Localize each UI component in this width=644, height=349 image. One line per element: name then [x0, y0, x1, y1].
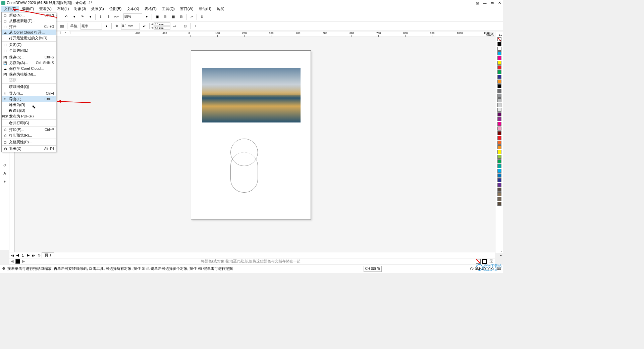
color-swatch[interactable] — [497, 84, 501, 88]
hint-right-icon[interactable]: ▶ — [21, 259, 26, 264]
scroll-up-icon[interactable]: ▴ — [500, 34, 502, 37]
nudge-icon[interactable]: ✥ — [113, 22, 120, 30]
menu-10[interactable]: 窗口(W) — [177, 6, 196, 12]
color-swatch[interactable] — [497, 173, 501, 178]
file-menu-item-10[interactable]: 💾另存为(A)...Ctrl+Shift+S — [2, 60, 56, 66]
fill-well[interactable] — [476, 259, 481, 264]
close-button[interactable]: ✕ — [497, 1, 502, 5]
color-swatch[interactable] — [497, 98, 501, 102]
file-menu-item-3[interactable]: ☁从 Corel Cloud 打开... — [2, 30, 56, 35]
color-swatch[interactable] — [497, 127, 501, 131]
maximize-button[interactable]: ▭ — [490, 1, 494, 5]
menu-12[interactable]: 购买 — [214, 6, 227, 12]
color-swatch[interactable] — [497, 150, 501, 154]
dup-y-input[interactable] — [154, 26, 170, 30]
nudge-spin-icon[interactable]: ▴▾ — [141, 22, 148, 30]
color-swatch[interactable] — [497, 183, 501, 187]
undo-icon[interactable]: ↶ — [62, 13, 70, 20]
file-menu-item-1[interactable]: ▢从模板新建(E)... — [2, 18, 56, 24]
add-tool-icon[interactable]: + — [0, 178, 9, 186]
zoom-drop-icon[interactable]: ▾ — [143, 13, 150, 20]
color-swatch[interactable] — [497, 103, 501, 107]
unit-drop-icon[interactable]: ▾ — [103, 22, 110, 30]
ime-indicator[interactable]: CH ⌨ 简 — [364, 266, 382, 272]
dup-x-input[interactable] — [154, 22, 170, 26]
paint-tool-icon[interactable]: ◇ — [0, 161, 9, 169]
color-swatch[interactable] — [497, 51, 501, 55]
file-menu-item-26[interactable]: ⎙打印预览(R)... — [2, 133, 56, 138]
color-swatch[interactable] — [497, 61, 501, 65]
menu-8[interactable]: 表格(T) — [142, 6, 159, 12]
prev-page-icon[interactable]: ◀ — [15, 253, 20, 258]
rounded-rect-shape[interactable] — [230, 152, 258, 193]
minimize-button[interactable]: — — [482, 1, 487, 5]
first-page-icon[interactable]: ⏮ — [9, 253, 15, 258]
color-swatch[interactable] — [497, 141, 501, 145]
fullscreen-icon[interactable]: ▣ — [153, 13, 161, 20]
last-page-icon[interactable]: ⏭ — [31, 253, 36, 258]
page[interactable] — [191, 50, 311, 219]
file-menu-item-11[interactable]: ☁保存至 Corel Cloud... — [2, 66, 56, 71]
help-button[interactable]: ▧ — [475, 1, 480, 5]
add-icon[interactable]: + — [192, 22, 199, 30]
file-menu-item-4[interactable]: 打开最近用过的文件(R)▸ — [2, 35, 56, 41]
menu-7[interactable]: 文本(X) — [124, 6, 142, 12]
unit-select[interactable] — [80, 23, 102, 30]
launch-icon[interactable]: ↗ — [188, 13, 195, 20]
color-swatch[interactable] — [497, 131, 501, 135]
color-swatch[interactable] — [497, 80, 501, 84]
color-swatch[interactable] — [497, 94, 501, 98]
file-menu-item-25[interactable]: ⎙打印(P)...Ctrl+P — [2, 127, 56, 133]
palette-down-icon[interactable]: ▾ — [500, 250, 502, 253]
color-swatch[interactable] — [497, 112, 501, 116]
color-swatch[interactable] — [497, 47, 501, 51]
color-swatch[interactable] — [497, 178, 501, 182]
menu-0[interactable]: 文件(E) — [1, 6, 19, 12]
menu-5[interactable]: 效果(C) — [89, 6, 106, 12]
tab-add-icon[interactable]: + — [60, 31, 70, 34]
file-menu-item-0[interactable]: ▢新建(N)...Ctrl+N — [2, 12, 56, 18]
page-tab-1[interactable]: 页 1 — [42, 252, 54, 258]
file-menu-item-17[interactable]: ⇓导入(I)...Ctrl+I — [2, 91, 56, 96]
redo-icon[interactable]: ↷ — [78, 13, 86, 20]
menu-11[interactable]: 帮助(H) — [196, 6, 214, 12]
color-swatch[interactable] — [497, 89, 501, 93]
guides-icon[interactable]: ⊟ — [177, 13, 185, 20]
color-swatch[interactable] — [497, 155, 501, 159]
color-swatch[interactable] — [497, 188, 501, 192]
add-page-icon[interactable]: ⊕ — [36, 253, 42, 258]
facing-icon[interactable]: ▯▯ — [58, 22, 66, 30]
zoom-input[interactable] — [123, 13, 142, 20]
doc-color-well[interactable] — [15, 259, 20, 264]
dup-spin-icon[interactable]: ▴▾ — [171, 22, 178, 30]
color-swatch[interactable] — [497, 70, 501, 74]
undo-drop-icon[interactable]: ▾ — [70, 13, 78, 20]
color-swatch[interactable] — [497, 56, 501, 60]
color-swatch[interactable] — [497, 202, 501, 206]
hint-left-icon[interactable]: ◀ — [9, 259, 15, 264]
canvas[interactable] — [15, 37, 495, 252]
redo-drop-icon[interactable]: ▾ — [87, 13, 94, 20]
palette-menu-icon[interactable]: ▸ — [500, 254, 502, 257]
menu-2[interactable]: 查看(V) — [37, 6, 54, 12]
treat-icon[interactable]: ⊡ — [181, 22, 189, 30]
color-swatch[interactable] — [497, 75, 501, 79]
menu-6[interactable]: 位图(B) — [107, 6, 124, 12]
pdf-icon[interactable]: PDF — [113, 13, 120, 20]
color-swatch[interactable] — [497, 108, 501, 112]
landscape-image[interactable] — [202, 68, 301, 122]
import-icon[interactable]: ⇓ — [97, 13, 104, 20]
file-menu-item-18[interactable]: ⇑导出(E)...Ctrl+E — [2, 96, 56, 102]
grid-icon[interactable]: ▦ — [169, 13, 177, 20]
file-menu-item-9[interactable]: 💾保存(S)...Ctrl+S — [2, 54, 56, 60]
color-swatch[interactable] — [497, 145, 501, 149]
file-menu-item-20[interactable]: 发送到(D)▸ — [2, 108, 56, 113]
file-menu-item-15[interactable]: 获取图像(Q)▸ — [2, 84, 56, 90]
file-menu-item-2[interactable]: ▢打开Ctrl+O — [2, 24, 56, 30]
file-menu-item-7[interactable]: ▢全部关闭(L) — [2, 48, 56, 53]
menu-3[interactable]: 布局(L) — [54, 6, 71, 12]
color-swatch[interactable] — [497, 169, 501, 173]
color-swatch[interactable] — [497, 65, 501, 69]
file-menu-item-28[interactable]: ▢文档属性(P)... — [2, 139, 56, 145]
eyedrop-icon[interactable]: ✎ — [499, 39, 502, 43]
